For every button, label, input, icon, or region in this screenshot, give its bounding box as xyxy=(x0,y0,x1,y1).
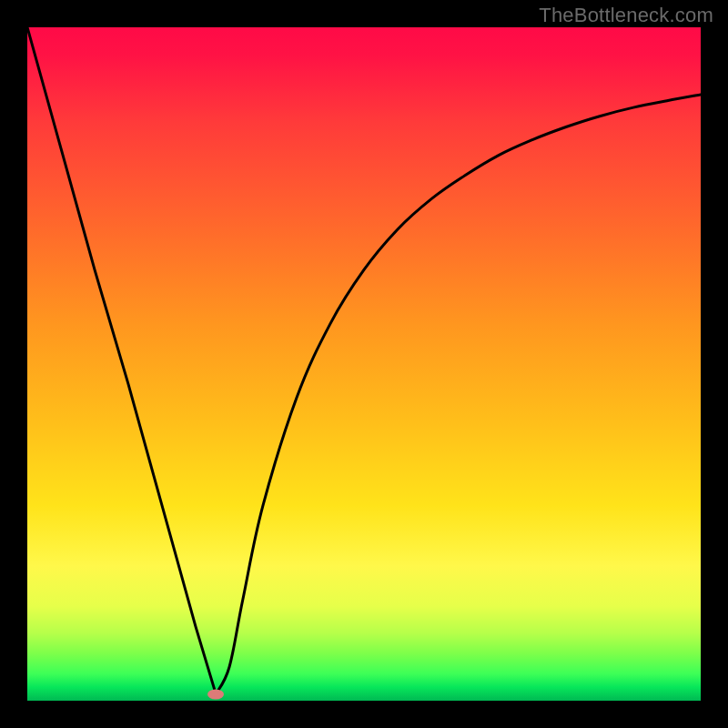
plot-area xyxy=(27,27,701,701)
minimum-marker xyxy=(207,689,224,699)
watermark-text: TheBottleneck.com xyxy=(539,4,713,27)
curve-svg xyxy=(27,27,701,701)
chart-frame: TheBottleneck.com xyxy=(0,0,728,728)
bottleneck-curve-path xyxy=(27,27,701,694)
